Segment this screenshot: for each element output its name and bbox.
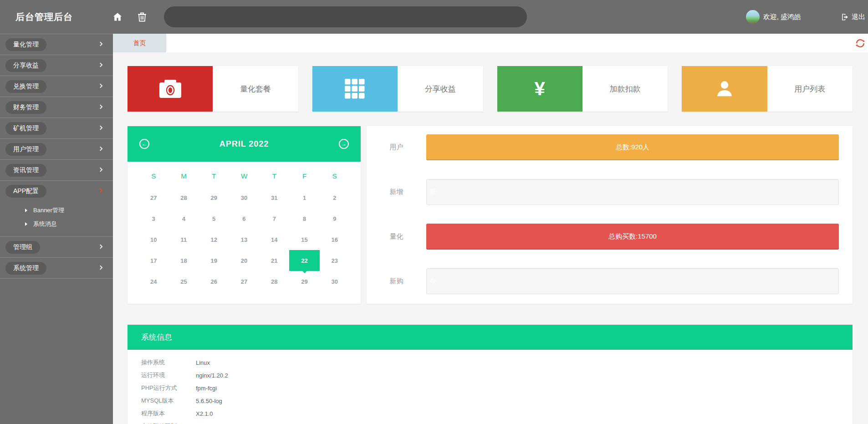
calendar-day[interactable]: 29	[199, 187, 229, 208]
calendar-day[interactable]: 11	[168, 229, 199, 250]
calendar-day[interactable]: 7	[259, 208, 289, 229]
sidebar-item-量化管理[interactable]: 量化管理	[0, 34, 113, 55]
sidebar-item-用户管理[interactable]: 用户管理	[0, 139, 113, 160]
calendar-day[interactable]: 2	[320, 187, 350, 208]
calendar-day[interactable]: 18	[168, 250, 199, 271]
chevron-right-icon	[98, 125, 103, 130]
calendar-day[interactable]: 9	[320, 208, 350, 229]
calendar-week-row: 272829303112	[138, 187, 350, 208]
calendar-day[interactable]: 24	[138, 271, 168, 292]
sidebar-item-资讯管理[interactable]: 资讯管理	[0, 160, 113, 181]
calendar-day[interactable]: 1	[289, 187, 319, 208]
sidebar-item-label: 资讯管理	[5, 164, 46, 177]
calendar-day[interactable]: 4	[168, 208, 199, 229]
calendar-day[interactable]: 10	[138, 229, 168, 250]
top-navbar: 后台管理后台 欢迎, 盛鸿皓 退出	[0, 0, 868, 34]
calendar-next-button[interactable]: →	[339, 139, 349, 149]
card-量化套餐[interactable]: 量化套餐	[128, 66, 298, 112]
sidebar-item-管理组[interactable]: 管理组	[0, 237, 113, 258]
calendar-day[interactable]: 30	[229, 187, 259, 208]
logout-icon	[841, 13, 849, 21]
chevron-right-icon	[98, 41, 103, 46]
home-icon[interactable]	[112, 11, 123, 22]
sidebar: 量化管理分享收益兑换管理财务管理矿机管理用户管理资讯管理APP配置Banner管…	[0, 34, 113, 424]
triangle-right-icon	[25, 222, 27, 226]
tab-home[interactable]: 首页	[113, 34, 166, 52]
calendar-day[interactable]: 12	[199, 229, 229, 250]
system-info-label: PHP运行方式	[141, 384, 196, 392]
calendar-day[interactable]: 19	[199, 250, 229, 271]
tab-bar: 首页	[113, 34, 868, 52]
stat-row-新增: 新增新	[367, 179, 839, 205]
calendar-day[interactable]: 6	[229, 208, 259, 229]
sidebar-subitem-Banner管理[interactable]: Banner管理	[0, 204, 113, 217]
calendar-day[interactable]: 15	[289, 229, 319, 250]
calendar-day[interactable]: 29	[289, 271, 319, 292]
sidebar-item-分享收益[interactable]: 分享收益	[0, 55, 113, 76]
avatar[interactable]	[746, 10, 760, 24]
camera-icon	[128, 66, 213, 112]
calendar-day-selected[interactable]: 22	[289, 250, 319, 271]
calendar-day[interactable]: 30	[320, 271, 350, 292]
system-info-row: PHP运行方式fpm-fcgi	[141, 382, 853, 394]
chevron-right-icon	[98, 146, 103, 151]
sidebar-subitem-系统消息[interactable]: 系统消息	[0, 217, 113, 231]
calendar-week-row: 24252627282930	[138, 271, 350, 292]
sidebar-item-矿机管理[interactable]: 矿机管理	[0, 118, 113, 139]
sidebar-item-财务管理[interactable]: 财务管理	[0, 97, 113, 118]
progress-bar: 总购买数:15700	[426, 224, 839, 250]
system-info-title: 系统信息	[128, 325, 853, 350]
calendar-day[interactable]: 27	[138, 187, 168, 208]
calendar-day[interactable]: 26	[199, 271, 229, 292]
calendar-day-header: S	[320, 164, 350, 187]
triangle-right-icon	[25, 209, 27, 212]
calendar-day[interactable]: 20	[229, 250, 259, 271]
calendar-day[interactable]: 28	[168, 187, 199, 208]
calendar-day[interactable]: 3	[138, 208, 168, 229]
calendar-day[interactable]: 31	[259, 187, 289, 208]
user-icon	[682, 66, 767, 112]
sidebar-item-label: 分享收益	[5, 59, 46, 72]
sidebar-item-label: 系统管理	[5, 262, 46, 275]
chevron-right-icon	[98, 62, 103, 67]
calendar-day[interactable]: 17	[138, 250, 168, 271]
chevron-right-icon	[98, 244, 103, 249]
chevron-right-icon	[98, 189, 103, 193]
calendar-day[interactable]: 14	[259, 229, 289, 250]
calendar-day[interactable]: 8	[289, 208, 319, 229]
search-bar[interactable]	[164, 6, 527, 27]
calendar-week-row: 17181920212223	[138, 250, 350, 271]
sidebar-item-系统管理[interactable]: 系统管理	[0, 258, 113, 279]
card-label: 用户列表	[767, 66, 853, 112]
card-用户列表[interactable]: 用户列表	[682, 66, 853, 112]
card-分享收益[interactable]: 分享收益	[312, 66, 483, 112]
progress-bar-empty: 新	[426, 179, 839, 205]
refresh-icon[interactable]	[855, 38, 865, 48]
sidebar-item-APP配置[interactable]: APP配置	[0, 181, 113, 202]
trash-icon[interactable]	[137, 11, 148, 22]
page-content: 量化套餐分享收益¥加款扣款 用户列表 ← APRIL 2022 → SMTWTF…	[113, 52, 868, 424]
sidebar-subitem-label: Banner管理	[33, 206, 64, 215]
sidebar-subitem-label: 系统消息	[33, 220, 57, 228]
stat-row-量化: 量化总购买数:15700	[367, 224, 839, 250]
card-加款扣款[interactable]: ¥加款扣款	[497, 66, 668, 112]
calendar-day[interactable]: 5	[199, 208, 229, 229]
card-label: 量化套餐	[213, 66, 298, 112]
calendar-day[interactable]: 23	[320, 250, 350, 271]
stat-row-新购: 新购今	[367, 268, 839, 294]
calendar-day[interactable]: 25	[168, 271, 199, 292]
sidebar-submenu: Banner管理系统消息	[0, 202, 113, 237]
calendar-day[interactable]: 13	[229, 229, 259, 250]
calendar-prev-button[interactable]: ←	[139, 139, 149, 149]
calendar-day-header: S	[138, 164, 168, 187]
calendar-day[interactable]: 27	[229, 271, 259, 292]
navbar-shortcut-icons	[112, 11, 148, 22]
system-info-row: MYSQL版本5.6.50-log	[141, 394, 853, 407]
calendar-day[interactable]: 16	[320, 229, 350, 250]
calendar-day[interactable]: 21	[259, 250, 289, 271]
sidebar-item-兑换管理[interactable]: 兑换管理	[0, 76, 113, 97]
calendar-week-row: 3456789	[138, 208, 350, 229]
calendar-header: ← APRIL 2022 →	[128, 126, 361, 162]
logout-button[interactable]: 退出	[841, 13, 865, 21]
calendar-day[interactable]: 28	[259, 271, 289, 292]
